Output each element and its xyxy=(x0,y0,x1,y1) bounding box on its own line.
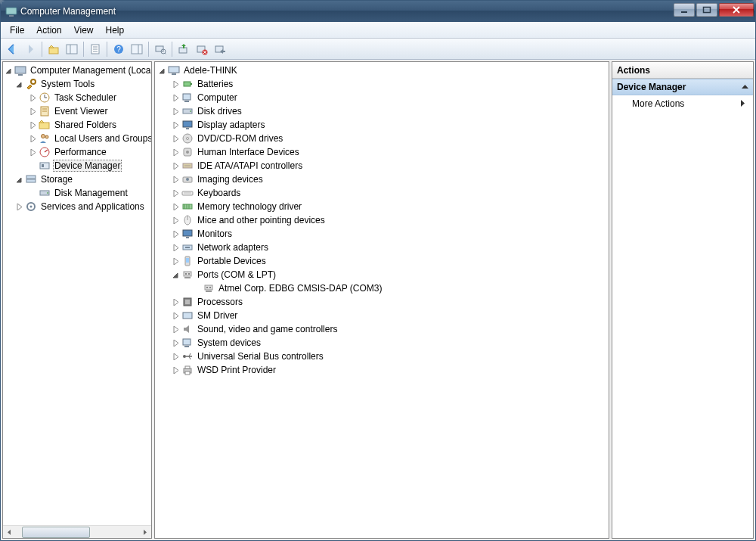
menu-view[interactable]: View xyxy=(68,23,100,37)
update-driver-button[interactable] xyxy=(175,41,192,58)
device-category[interactable]: DVD/CD-ROM drives xyxy=(155,132,609,145)
uninstall-button[interactable] xyxy=(194,41,210,58)
close-button[interactable] xyxy=(719,3,754,17)
expand-icon[interactable] xyxy=(172,297,181,306)
actions-section[interactable]: Device Manager xyxy=(612,79,753,95)
device-category[interactable]: IDE ATA/ATAPI controllers xyxy=(155,159,609,173)
tree-label: Computer Management (Local xyxy=(29,65,151,76)
menu-help[interactable]: Help xyxy=(100,23,131,37)
tree-label: Disk Management xyxy=(53,188,129,198)
collapse-icon[interactable] xyxy=(158,66,167,75)
device-category[interactable]: Memory technology driver xyxy=(155,200,609,213)
tree-device-manager[interactable]: Device Manager xyxy=(3,159,151,173)
expand-icon[interactable] xyxy=(172,229,181,238)
device-category[interactable]: Sound, video and game controllers xyxy=(155,322,609,336)
device-item-port-com3[interactable]: Atmel Corp. EDBG CMSIS-DAP (COM3) xyxy=(155,281,609,295)
scroll-right-icon[interactable] xyxy=(138,526,151,539)
expand-icon[interactable] xyxy=(172,311,181,320)
device-root[interactable]: Adele-THINK xyxy=(155,64,609,77)
svg-point-59 xyxy=(186,151,189,154)
expand-icon[interactable] xyxy=(172,93,181,102)
device-category[interactable]: Mice and other pointing devices xyxy=(155,213,609,227)
tree-storage[interactable]: Storage xyxy=(3,173,151,186)
expand-icon[interactable] xyxy=(29,120,38,129)
device-category[interactable]: Universal Serial Bus controllers xyxy=(155,350,609,363)
expand-icon[interactable] xyxy=(172,188,181,197)
help-button[interactable]: ? xyxy=(110,41,127,58)
expand-icon[interactable] xyxy=(172,107,181,116)
expand-icon[interactable] xyxy=(29,107,38,116)
expand-icon[interactable] xyxy=(172,365,181,375)
collapse-icon[interactable] xyxy=(172,270,181,279)
expand-icon[interactable] xyxy=(172,134,181,143)
device-category[interactable]: Disk drives xyxy=(155,104,609,118)
svg-rect-97 xyxy=(185,372,190,375)
svg-rect-72 xyxy=(183,230,192,236)
expand-icon[interactable] xyxy=(172,325,181,334)
device-category[interactable]: Computer xyxy=(155,91,609,104)
collapse-icon[interactable] xyxy=(5,66,14,75)
expand-icon[interactable] xyxy=(172,202,181,211)
menu-action[interactable]: Action xyxy=(30,23,67,37)
collapse-icon[interactable] xyxy=(15,79,24,89)
disable-button[interactable] xyxy=(212,41,228,58)
expand-icon[interactable] xyxy=(172,120,181,129)
device-category[interactable]: Imaging devices xyxy=(155,173,609,186)
device-category[interactable]: Portable Devices xyxy=(155,254,609,268)
tree-label: System Tools xyxy=(39,79,96,89)
scrollbar-track[interactable] xyxy=(16,526,138,539)
device-category[interactable]: Monitors xyxy=(155,227,609,241)
expand-icon[interactable] xyxy=(172,243,181,252)
device-category[interactable]: Ports (COM & LPT) xyxy=(155,268,609,281)
actions-more[interactable]: More Actions xyxy=(612,95,753,112)
expand-icon[interactable] xyxy=(172,338,181,347)
expand-icon[interactable] xyxy=(29,148,38,157)
device-category[interactable]: SM Driver xyxy=(155,309,609,322)
device-category[interactable]: Human Interface Devices xyxy=(155,145,609,159)
expand-icon[interactable] xyxy=(29,93,38,102)
scan-button[interactable] xyxy=(152,41,169,58)
console-tree[interactable]: Computer Management (Local System Tools … xyxy=(3,62,151,525)
scrollbar-thumb[interactable] xyxy=(22,527,90,538)
expand-icon[interactable] xyxy=(172,148,181,157)
device-category[interactable]: System devices xyxy=(155,336,609,350)
tree-task-scheduler[interactable]: Task Scheduler xyxy=(3,91,151,104)
expand-icon[interactable] xyxy=(172,175,181,184)
collapse-icon[interactable] xyxy=(15,175,24,184)
up-button[interactable] xyxy=(45,41,62,58)
device-tree[interactable]: Adele-THINK Batteries Computer Disk driv… xyxy=(155,62,609,538)
show-hide-tree-button[interactable] xyxy=(64,41,80,58)
tree-local-users[interactable]: Local Users and Groups xyxy=(3,132,151,145)
tree-event-viewer[interactable]: Event Viewer xyxy=(3,104,151,118)
device-category[interactable]: Network adapters xyxy=(155,241,609,254)
expand-icon[interactable] xyxy=(172,352,181,361)
expand-icon[interactable] xyxy=(172,79,181,89)
expand-icon[interactable] xyxy=(172,257,181,266)
scroll-left-icon[interactable] xyxy=(3,526,16,539)
tree-root[interactable]: Computer Management (Local xyxy=(3,64,151,77)
back-button[interactable] xyxy=(4,41,20,58)
expand-icon[interactable] xyxy=(15,202,24,211)
device-category[interactable]: WSD Print Provider xyxy=(155,363,609,377)
expand-icon[interactable] xyxy=(172,216,181,225)
device-category[interactable]: Processors xyxy=(155,295,609,309)
tree-shared-folders[interactable]: Shared Folders xyxy=(3,118,151,132)
forward-button[interactable] xyxy=(22,41,39,58)
expand-icon[interactable] xyxy=(29,134,38,143)
expand-icon[interactable] xyxy=(172,161,181,170)
maximize-button[interactable] xyxy=(696,3,717,17)
device-category[interactable]: Batteries xyxy=(155,77,609,91)
tree-system-tools[interactable]: System Tools xyxy=(3,77,151,91)
tree-disk-management[interactable]: Disk Management xyxy=(3,186,151,200)
show-hide-action-button[interactable] xyxy=(129,41,145,58)
device-category[interactable]: Keyboards xyxy=(155,186,609,200)
menu-file[interactable]: File xyxy=(4,23,30,37)
titlebar[interactable]: Computer Management xyxy=(1,1,755,22)
horizontal-scrollbar[interactable] xyxy=(3,525,151,538)
tree-services-apps[interactable]: Services and Applications xyxy=(3,200,151,213)
properties-button[interactable] xyxy=(87,41,104,58)
minimize-button[interactable] xyxy=(674,3,695,17)
device-label: Human Interface Devices xyxy=(196,147,301,157)
tree-performance[interactable]: Performance xyxy=(3,145,151,159)
device-category[interactable]: Display adapters xyxy=(155,118,609,132)
